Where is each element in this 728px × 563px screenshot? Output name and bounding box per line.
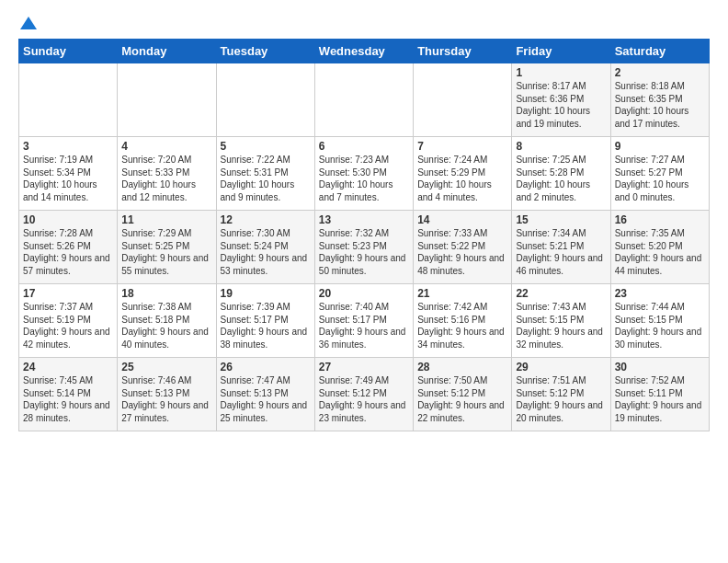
calendar-cell: 7Sunrise: 7:24 AM Sunset: 5:29 PM Daylig… [414,137,512,211]
day-number: 1 [516,66,606,79]
calendar-cell: 27Sunrise: 7:49 AM Sunset: 5:12 PM Dayli… [314,358,413,431]
day-number: 7 [417,140,507,153]
day-info: Sunrise: 7:38 AM Sunset: 5:18 PM Dayligh… [121,301,211,350]
day-info: Sunrise: 7:45 AM Sunset: 5:14 PM Dayligh… [23,374,113,424]
calendar-cell: 14Sunrise: 7:33 AM Sunset: 5:22 PM Dayli… [414,211,512,284]
calendar-cell: 1Sunrise: 8:17 AM Sunset: 6:36 PM Daylig… [512,63,610,137]
calendar-cell: 28Sunrise: 7:50 AM Sunset: 5:12 PM Dayli… [414,358,512,431]
header-row: SundayMondayTuesdayWednesdayThursdayFrid… [19,40,710,63]
day-number: 9 [615,140,705,153]
week-row-1: 1Sunrise: 8:17 AM Sunset: 6:36 PM Daylig… [19,63,710,137]
day-info: Sunrise: 7:32 AM Sunset: 5:23 PM Dayligh… [319,227,409,277]
day-number: 17 [23,287,113,300]
day-number: 22 [516,287,606,300]
calendar-cell: 22Sunrise: 7:43 AM Sunset: 5:15 PM Dayli… [512,284,610,358]
day-info: Sunrise: 7:43 AM Sunset: 5:15 PM Dayligh… [516,301,606,350]
week-row-4: 17Sunrise: 7:37 AM Sunset: 5:19 PM Dayli… [19,284,710,358]
day-info: Sunrise: 7:50 AM Sunset: 5:12 PM Dayligh… [417,374,507,424]
day-number: 5 [221,140,311,153]
day-number: 20 [319,287,409,300]
calendar-cell: 18Sunrise: 7:38 AM Sunset: 5:18 PM Dayli… [118,284,216,358]
day-number: 16 [615,213,705,226]
day-info: Sunrise: 7:44 AM Sunset: 5:15 PM Dayligh… [615,301,705,350]
day-info: Sunrise: 7:22 AM Sunset: 5:31 PM Dayligh… [221,154,311,203]
page: SundayMondayTuesdayWednesdayThursdayFrid… [0,0,728,441]
logo-icon [20,15,37,31]
day-number: 12 [221,213,311,226]
calendar-cell: 16Sunrise: 7:35 AM Sunset: 5:20 PM Dayli… [610,211,709,284]
day-info: Sunrise: 8:17 AM Sunset: 6:36 PM Dayligh… [516,80,606,130]
svg-marker-0 [20,17,37,29]
day-info: Sunrise: 7:46 AM Sunset: 5:13 PM Dayligh… [121,374,211,424]
day-number: 19 [221,287,311,300]
weekday-header-sunday: Sunday [19,40,118,63]
week-row-3: 10Sunrise: 7:28 AM Sunset: 5:26 PM Dayli… [19,211,710,284]
calendar-cell: 25Sunrise: 7:46 AM Sunset: 5:13 PM Dayli… [118,358,216,431]
day-number: 30 [615,361,705,373]
calendar-cell: 20Sunrise: 7:40 AM Sunset: 5:17 PM Dayli… [314,284,413,358]
day-info: Sunrise: 7:47 AM Sunset: 5:13 PM Dayligh… [221,374,311,424]
day-info: Sunrise: 7:40 AM Sunset: 5:17 PM Dayligh… [319,301,409,350]
calendar-cell: 5Sunrise: 7:22 AM Sunset: 5:31 PM Daylig… [216,137,314,211]
day-info: Sunrise: 7:35 AM Sunset: 5:20 PM Dayligh… [615,227,705,277]
calendar-table: SundayMondayTuesdayWednesdayThursdayFrid… [18,39,710,431]
calendar-cell: 9Sunrise: 7:27 AM Sunset: 5:27 PM Daylig… [610,137,709,211]
day-number: 25 [121,361,211,373]
day-info: Sunrise: 7:29 AM Sunset: 5:25 PM Dayligh… [121,227,211,277]
day-info: Sunrise: 7:24 AM Sunset: 5:29 PM Dayligh… [417,154,507,203]
day-number: 18 [121,287,211,300]
day-info: Sunrise: 7:33 AM Sunset: 5:22 PM Dayligh… [417,227,507,277]
day-info: Sunrise: 7:42 AM Sunset: 5:16 PM Dayligh… [417,301,507,350]
calendar-cell: 21Sunrise: 7:42 AM Sunset: 5:16 PM Dayli… [414,284,512,358]
calendar-cell [314,63,413,137]
calendar-cell [216,63,314,137]
day-number: 3 [23,140,113,153]
day-number: 11 [121,213,211,226]
day-number: 4 [121,140,211,153]
weekday-header-wednesday: Wednesday [314,40,413,63]
day-number: 23 [615,287,705,300]
header [18,15,710,31]
calendar-cell: 3Sunrise: 7:19 AM Sunset: 5:34 PM Daylig… [19,137,118,211]
day-info: Sunrise: 7:49 AM Sunset: 5:12 PM Dayligh… [319,374,409,424]
day-info: Sunrise: 7:23 AM Sunset: 5:30 PM Dayligh… [319,154,409,203]
calendar-cell: 26Sunrise: 7:47 AM Sunset: 5:13 PM Dayli… [216,358,314,431]
day-info: Sunrise: 7:27 AM Sunset: 5:27 PM Dayligh… [615,154,705,203]
calendar-cell: 6Sunrise: 7:23 AM Sunset: 5:30 PM Daylig… [314,137,413,211]
weekday-header-friday: Friday [512,40,610,63]
day-number: 21 [417,287,507,300]
weekday-header-saturday: Saturday [610,40,709,63]
calendar-cell: 2Sunrise: 8:18 AM Sunset: 6:35 PM Daylig… [610,63,709,137]
day-number: 24 [23,361,113,373]
day-info: Sunrise: 7:25 AM Sunset: 5:28 PM Dayligh… [516,154,606,203]
day-info: Sunrise: 7:19 AM Sunset: 5:34 PM Dayligh… [23,154,113,203]
calendar-cell: 13Sunrise: 7:32 AM Sunset: 5:23 PM Dayli… [314,211,413,284]
day-number: 14 [417,213,507,226]
calendar-cell: 19Sunrise: 7:39 AM Sunset: 5:17 PM Dayli… [216,284,314,358]
calendar-cell [414,63,512,137]
day-number: 15 [516,213,606,226]
day-info: Sunrise: 7:30 AM Sunset: 5:24 PM Dayligh… [221,227,311,277]
weekday-header-monday: Monday [118,40,216,63]
day-info: Sunrise: 7:34 AM Sunset: 5:21 PM Dayligh… [516,227,606,277]
calendar-cell: 10Sunrise: 7:28 AM Sunset: 5:26 PM Dayli… [19,211,118,284]
weekday-header-tuesday: Tuesday [216,40,314,63]
day-info: Sunrise: 7:51 AM Sunset: 5:12 PM Dayligh… [516,374,606,424]
calendar-cell: 12Sunrise: 7:30 AM Sunset: 5:24 PM Dayli… [216,211,314,284]
day-number: 26 [221,361,311,373]
calendar-cell: 30Sunrise: 7:52 AM Sunset: 5:11 PM Dayli… [610,358,709,431]
day-info: Sunrise: 7:28 AM Sunset: 5:26 PM Dayligh… [23,227,113,277]
day-number: 29 [516,361,606,373]
day-number: 28 [417,361,507,373]
day-info: Sunrise: 7:52 AM Sunset: 5:11 PM Dayligh… [615,374,705,424]
day-number: 13 [319,213,409,226]
calendar-cell: 29Sunrise: 7:51 AM Sunset: 5:12 PM Dayli… [512,358,610,431]
day-number: 2 [615,66,705,79]
day-number: 10 [23,213,113,226]
week-row-2: 3Sunrise: 7:19 AM Sunset: 5:34 PM Daylig… [19,137,710,211]
calendar-cell [118,63,216,137]
calendar-cell [19,63,118,137]
calendar-cell: 8Sunrise: 7:25 AM Sunset: 5:28 PM Daylig… [512,137,610,211]
calendar-cell: 24Sunrise: 7:45 AM Sunset: 5:14 PM Dayli… [19,358,118,431]
day-info: Sunrise: 7:39 AM Sunset: 5:17 PM Dayligh… [221,301,311,350]
